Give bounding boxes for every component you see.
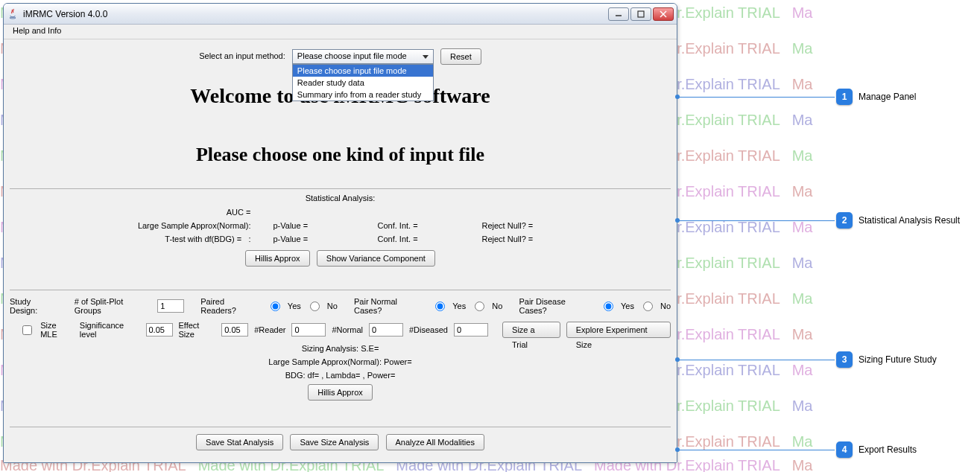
show-variance-button[interactable]: Show Variance Component — [317, 250, 435, 267]
size-mle-checkbox[interactable] — [22, 325, 32, 335]
maximize-button[interactable] — [630, 7, 651, 21]
save-size-button[interactable]: Save Size Analysis — [290, 434, 379, 450]
content-area: Select an input method: Please choose in… — [4, 39, 677, 462]
hillis-approx-button-1[interactable]: Hillis Approx — [245, 250, 310, 267]
callout-badge-2: 2 — [836, 212, 853, 229]
no-label-2: No — [492, 302, 502, 310]
paired-readers-yes[interactable] — [271, 302, 280, 311]
reset-button[interactable]: Reset — [440, 48, 481, 65]
num-reader-label: #Reader — [254, 325, 285, 334]
yes-label-2: Yes — [452, 302, 466, 310]
manage-panel: Select an input method: Please choose in… — [4, 48, 677, 65]
choose-prompt: Please choose one kind of input file — [4, 144, 677, 166]
num-diseased-label: #Diseased — [409, 325, 448, 334]
sizing-analysis-line: Sizing Analysis: S.E= — [10, 342, 671, 355]
titlebar: iMRMC Version 4.0.0 — [4, 4, 677, 25]
confint-label-1: Conf. Int. = — [378, 221, 460, 230]
callout-dot-3 — [675, 357, 680, 362]
pair-disease-label: Pair Disease Cases? — [519, 297, 595, 315]
paired-readers-label: Paired Readers? — [200, 297, 262, 315]
lsa-label: Large Sample Approx(Normal): — [138, 221, 251, 230]
effect-size-label: Effect Size — [179, 321, 216, 339]
callout-line-4 — [678, 450, 835, 450]
callout-line-2 — [678, 220, 835, 221]
callout-dot-4 — [675, 447, 680, 452]
no-label-1: No — [327, 302, 338, 310]
divider-3 — [10, 427, 671, 427]
pvalue-label-1: p-Value = — [274, 221, 355, 230]
sizing-panel: Study Design: # of Split-Plot Groups Pai… — [10, 294, 671, 403]
pair-normal-label: Pair Normal Cases? — [354, 297, 426, 315]
java-icon — [7, 8, 19, 20]
paired-readers-no[interactable] — [310, 302, 320, 311]
callout-label-4: Export Results — [859, 444, 917, 455]
divider-1 — [10, 188, 671, 189]
num-reader-input[interactable] — [291, 323, 326, 337]
input-method-dropdown[interactable]: Please choose input file mode Please cho… — [292, 49, 434, 64]
dropdown-option-1[interactable]: Reader study data — [293, 77, 433, 89]
sig-level-input[interactable] — [146, 323, 173, 337]
stat-title: Statistical Analysis: — [10, 191, 671, 205]
dropdown-option-2[interactable]: Summary info from a reader study — [293, 89, 433, 101]
statistical-analysis-panel: Statistical Analysis: AUC = Large Sample… — [10, 191, 671, 271]
divider-2 — [10, 290, 671, 290]
yes-label-3: Yes — [621, 302, 634, 310]
pair-disease-yes[interactable] — [604, 302, 613, 311]
pair-disease-no[interactable] — [643, 302, 653, 311]
callout-label-1: Manage Panel — [859, 92, 916, 102]
no-label-3: No — [660, 302, 671, 310]
num-normal-input[interactable] — [369, 323, 403, 337]
study-design-label: Study Design: — [10, 297, 60, 315]
callout-badge-4: 4 — [836, 441, 853, 458]
dropdown-list: Please choose input file mode Reader stu… — [292, 64, 434, 101]
callout-num-3: 3 — [842, 354, 847, 365]
pair-normal-no[interactable] — [475, 302, 484, 311]
size-trial-button[interactable]: Size a Trial — [502, 322, 560, 338]
callout-line-1 — [678, 97, 835, 98]
menu-help-info[interactable]: Help and Info — [8, 25, 66, 36]
callout-line-3 — [678, 360, 835, 360]
hillis-approx-button-2[interactable]: Hillis Approx — [308, 384, 373, 401]
lsa-power-line: Large Sample Approx(Normal): Power= — [10, 355, 671, 369]
export-panel: Save Stat Analysis Save Size Analysis An… — [4, 434, 677, 450]
callout-label-3: Sizing Future Study — [859, 354, 937, 365]
num-normal-label: #Normal — [332, 325, 363, 334]
callout-dot-1 — [675, 95, 680, 99]
rejectnull-label-1: Reject Null? = — [482, 221, 564, 230]
analyze-all-button[interactable]: Analyze All Modalities — [386, 434, 484, 450]
svg-rect-2 — [638, 11, 644, 17]
split-plot-label: # of Split-Plot Groups — [75, 297, 151, 315]
explore-experiment-button[interactable]: Explore Experiment Size — [566, 322, 671, 338]
yes-label-1: Yes — [288, 302, 301, 310]
auc-label: AUC = — [117, 208, 251, 217]
dropdown-selected[interactable]: Please choose input file mode — [292, 49, 434, 64]
pvalue-label-2: p-Value = — [274, 235, 355, 243]
callout-num-4: 4 — [842, 444, 847, 455]
callout-badge-1: 1 — [836, 89, 853, 105]
close-button[interactable] — [653, 7, 674, 21]
app-window: iMRMC Version 4.0.0 Help and Info Select… — [3, 3, 677, 463]
input-method-label: Select an input method: — [199, 51, 285, 60]
callout-num-1: 1 — [842, 92, 847, 102]
menubar: Help and Info — [4, 25, 677, 39]
callout-badge-3: 3 — [836, 351, 853, 368]
pair-normal-yes[interactable] — [435, 302, 445, 311]
callout-label-2: Statistical Analysis Result — [859, 215, 960, 226]
ttest-label: T-test with df(BDG) = — [165, 235, 241, 243]
window-title: iMRMC Version 4.0.0 — [23, 9, 608, 19]
svg-point-0 — [10, 17, 16, 19]
callout-num-2: 2 — [842, 215, 847, 226]
effect-size-input[interactable] — [221, 323, 248, 337]
bdg-line: BDG: df= , Lambda= , Power= — [10, 369, 671, 382]
rejectnull-label-2: Reject Null? = — [482, 235, 564, 243]
ttest-sep: : — [248, 235, 250, 243]
save-stat-button[interactable]: Save Stat Analysis — [196, 434, 283, 450]
minimize-button[interactable] — [608, 7, 629, 21]
split-plot-input[interactable] — [157, 299, 184, 313]
sig-level-label: Significance level — [80, 321, 140, 339]
size-mle-label: Size MLE — [40, 321, 74, 339]
num-diseased-input[interactable] — [454, 323, 488, 337]
confint-label-2: Conf. Int. = — [378, 235, 460, 243]
dropdown-option-0[interactable]: Please choose input file mode — [293, 65, 433, 77]
callout-dot-2 — [675, 218, 680, 223]
